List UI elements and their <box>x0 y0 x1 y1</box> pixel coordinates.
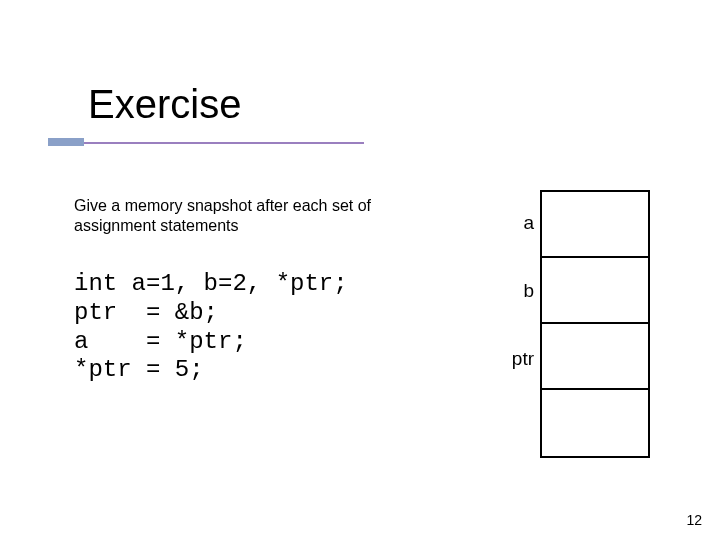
memory-cell-a <box>542 192 648 258</box>
memory-label-ptr: ptr <box>500 348 534 370</box>
page-number: 12 <box>686 512 702 528</box>
memory-cell-b <box>542 258 648 324</box>
memory-cell-empty <box>542 390 648 456</box>
memory-cell-ptr <box>542 324 648 390</box>
code-block: int a=1, b=2, *ptr; ptr = &b; a = *ptr; … <box>74 270 348 385</box>
memory-label-a: a <box>512 212 534 234</box>
slide-title: Exercise <box>88 82 241 127</box>
title-underline <box>84 142 364 144</box>
memory-label-b: b <box>512 280 534 302</box>
memory-table <box>540 190 650 458</box>
prompt-text: Give a memory snapshot after each set of… <box>74 196 404 236</box>
title-bullet-icon <box>48 138 84 146</box>
